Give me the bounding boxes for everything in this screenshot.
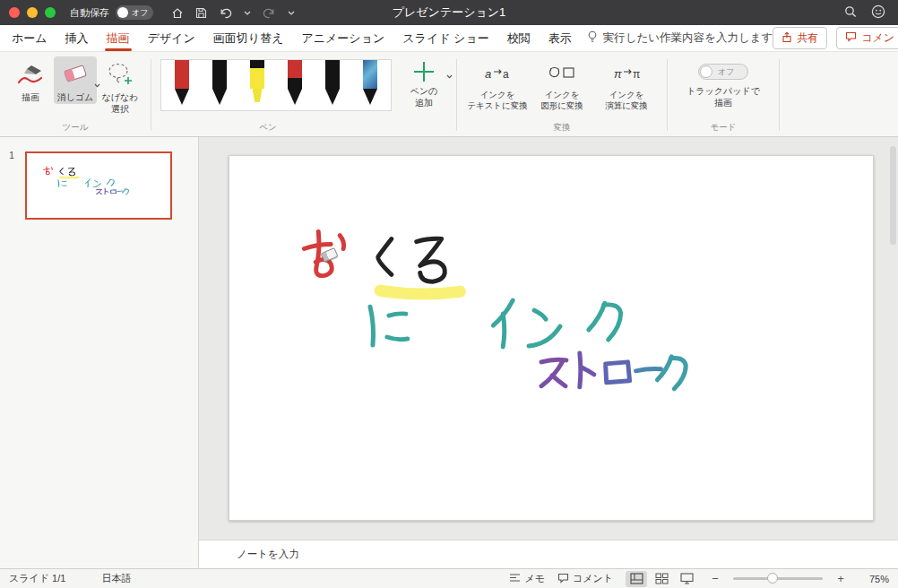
zoom-out-button[interactable]: − [710, 572, 721, 585]
add-pen-button[interactable]: ペンの 追加 [401, 56, 447, 108]
slide-thumbnail-panel: 1 [0, 137, 199, 568]
redo-icon[interactable] [263, 7, 276, 19]
tab-home[interactable]: ホーム [11, 26, 48, 51]
tab-draw[interactable]: 描画 [106, 26, 131, 51]
trackpad-toggle[interactable]: オフ [698, 64, 748, 80]
mode-group-label: モード [668, 122, 779, 134]
thumbnail-ink-preview [27, 153, 170, 218]
tab-view[interactable]: 表示 [548, 26, 573, 51]
ink-to-shape-button[interactable]: インクを 図形に変換 [531, 56, 593, 112]
tab-insert[interactable]: 挿入 [65, 26, 90, 51]
pen-gallery [160, 59, 392, 111]
pen-body [363, 60, 377, 89]
share-button[interactable]: 共有 [773, 27, 827, 49]
vertical-scrollbar[interactable] [890, 146, 896, 245]
pen-tip [288, 89, 302, 105]
lightbulb-icon [587, 30, 598, 47]
ink-to-math-button[interactable]: ππ インクを 演算に変換 [595, 56, 658, 112]
group-divider [779, 59, 780, 131]
notes-placeholder: ノートを入力 [237, 548, 299, 561]
add-pen-label-2: 追加 [415, 98, 433, 108]
chevron-down-icon[interactable] [288, 11, 295, 15]
zoom-slider-thumb[interactable] [767, 573, 778, 584]
slide-editing-surface[interactable] [229, 155, 874, 521]
pens-group: ペンの 追加 ペン [151, 52, 456, 136]
tab-animations[interactable]: アニメーション [300, 26, 385, 51]
ink-to-text-icon: aa [483, 60, 512, 87]
pen-body [288, 60, 302, 89]
home-icon[interactable] [171, 7, 184, 19]
tab-review[interactable]: 校閲 [506, 26, 531, 51]
autosave-toggle[interactable]: オフ [116, 5, 153, 20]
normal-view-button[interactable] [626, 571, 647, 587]
slide-thumbnail[interactable] [25, 151, 172, 220]
tools-group-label: ツール [0, 122, 151, 134]
pens-group-label: ペン [151, 122, 384, 134]
draw-pen-icon [15, 59, 46, 90]
notes-pane[interactable]: ノートを入力 [199, 540, 898, 568]
comments-label: コメント [861, 30, 898, 46]
account-icon[interactable] [871, 4, 885, 22]
zoom-window-button[interactable] [45, 7, 56, 18]
toggle-knob [700, 65, 712, 78]
convert-group: aa インクを テキストに変換 インクを 図形に変換 ππ インクを 演算に変換 [457, 52, 667, 136]
tools-group: 描画 消しゴム なげなわ選択 ツール [0, 52, 151, 136]
svg-text:π: π [614, 67, 622, 81]
ribbon-tabs: ホーム 挿入 描画 デザイン 画面切り替え アニメーション スライド ショー 校… [11, 26, 573, 51]
tab-transitions[interactable]: 画面切り替え [212, 26, 285, 51]
share-label: 共有 [797, 30, 818, 46]
eraser-tool-button[interactable]: 消しゴム [54, 56, 97, 104]
undo-icon[interactable] [219, 7, 232, 19]
pen-tip [363, 89, 377, 105]
trackpad-label-2: 描画 [714, 98, 732, 108]
trackpad-toggle-state: オフ [718, 66, 734, 78]
eraser-icon [59, 59, 91, 90]
tab-slideshow[interactable]: スライド ショー [402, 26, 489, 51]
zoom-in-button[interactable]: + [835, 572, 846, 585]
slide-sorter-view-button[interactable] [651, 571, 672, 587]
slideshow-view-button[interactable] [676, 571, 697, 587]
memo-button[interactable]: メモ [509, 572, 545, 585]
autosave-state: オフ [132, 7, 148, 19]
ink-layer [229, 156, 873, 520]
tell-me-box[interactable]: 実行したい作業内容を入力します [587, 30, 773, 47]
ink-to-text-button[interactable]: aa インクを テキストに変換 [466, 56, 529, 112]
minimize-window-button[interactable] [27, 7, 38, 18]
pen-black[interactable] [211, 60, 229, 108]
pen-black-2[interactable] [324, 60, 341, 108]
comments-status-button[interactable]: コメント [557, 572, 613, 585]
pen-body [175, 60, 189, 89]
ribbon-tab-bar: ホーム 挿入 描画 デザイン 画面切り替え アニメーション スライド ショー 校… [0, 25, 898, 52]
zoom-percentage[interactable]: 75% [859, 574, 889, 584]
svg-text:π: π [633, 68, 640, 81]
zoom-slider[interactable] [733, 577, 823, 580]
pen-galaxy[interactable] [361, 60, 379, 108]
ink-to-math-icon: ππ [612, 60, 641, 87]
pen-body [250, 60, 264, 89]
lasso-select-button[interactable]: なげなわ選択 [99, 56, 142, 115]
pen-body [325, 60, 340, 89]
search-icon[interactable] [844, 5, 857, 21]
status-bar: スライド 1/1 日本語 メモ コメント − + 75% [0, 568, 898, 588]
save-icon[interactable] [195, 7, 207, 19]
chevron-down-icon[interactable] [446, 69, 453, 82]
language-indicator[interactable]: 日本語 [101, 572, 131, 585]
add-pen-label: ペンの [410, 86, 438, 96]
tab-design[interactable]: デザイン [147, 26, 196, 51]
chevron-down-icon[interactable] [244, 11, 251, 15]
pen-red[interactable] [173, 60, 191, 108]
pencil-red[interactable] [286, 60, 304, 108]
titlebar: 自動保存 オフ プレゼンテーション1 [0, 0, 898, 25]
tell-me-text: 実行したい作業内容を入力します [603, 30, 773, 46]
comments-button[interactable]: コメント [836, 27, 898, 49]
draw-tool-button[interactable]: 描画 [9, 56, 52, 104]
pen-tip [212, 89, 227, 105]
toggle-knob [117, 7, 128, 18]
pen-tip [325, 89, 340, 105]
close-window-button[interactable] [9, 7, 20, 18]
window-controls [9, 7, 56, 18]
slide-canvas-area[interactable] [199, 137, 898, 540]
comment-icon [557, 573, 569, 585]
highlighter-yellow[interactable] [248, 60, 266, 108]
slide-number: 1 [9, 150, 14, 160]
